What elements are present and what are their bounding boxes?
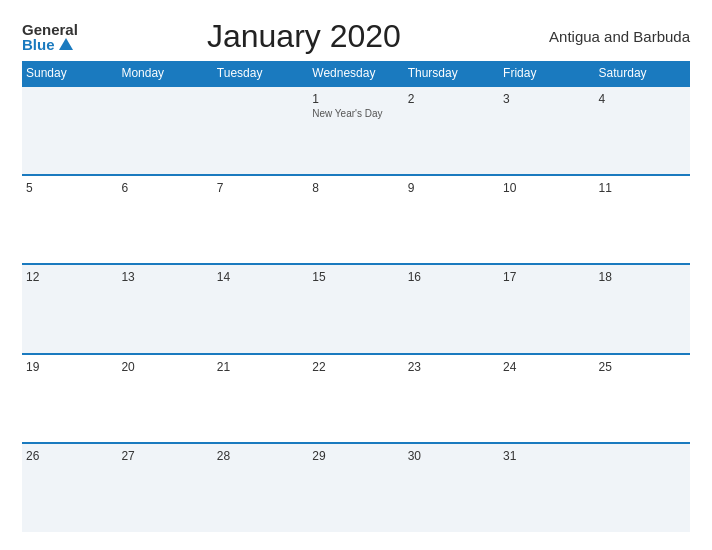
calendar-cell: 7 (213, 175, 308, 264)
calendar-cell: 24 (499, 354, 594, 443)
calendar-cell: 21 (213, 354, 308, 443)
calendar-week-row: 19202122232425 (22, 354, 690, 443)
calendar-cell: 10 (499, 175, 594, 264)
country-name: Antigua and Barbuda (530, 28, 690, 45)
day-number: 24 (503, 360, 590, 374)
calendar-cell: 28 (213, 443, 308, 532)
calendar-header: SundayMondayTuesdayWednesdayThursdayFrid… (22, 61, 690, 86)
calendar-cell: 2 (404, 86, 499, 175)
calendar-cell: 16 (404, 264, 499, 353)
weekday-monday: Monday (117, 61, 212, 86)
calendar-cell: 25 (595, 354, 690, 443)
logo: General Blue (22, 22, 78, 52)
logo-triangle-icon (59, 38, 73, 50)
weekday-friday: Friday (499, 61, 594, 86)
day-number: 2 (408, 92, 495, 106)
calendar-cell: 14 (213, 264, 308, 353)
calendar-cell: 27 (117, 443, 212, 532)
calendar-cell: 15 (308, 264, 403, 353)
weekday-thursday: Thursday (404, 61, 499, 86)
day-number: 5 (26, 181, 113, 195)
calendar-week-row: 12131415161718 (22, 264, 690, 353)
calendar-title: January 2020 (78, 18, 530, 55)
calendar-cell: 22 (308, 354, 403, 443)
day-number: 16 (408, 270, 495, 284)
calendar-cell (213, 86, 308, 175)
day-number: 13 (121, 270, 208, 284)
calendar-cell: 19 (22, 354, 117, 443)
calendar-week-row: 567891011 (22, 175, 690, 264)
calendar-cell: 31 (499, 443, 594, 532)
day-number: 17 (503, 270, 590, 284)
logo-blue-text: Blue (22, 37, 55, 52)
day-number: 23 (408, 360, 495, 374)
day-number: 11 (599, 181, 686, 195)
holiday-name: New Year's Day (312, 108, 399, 119)
calendar-cell: 26 (22, 443, 117, 532)
calendar-cell: 8 (308, 175, 403, 264)
day-number: 26 (26, 449, 113, 463)
day-number: 14 (217, 270, 304, 284)
calendar-table: SundayMondayTuesdayWednesdayThursdayFrid… (22, 61, 690, 532)
calendar-week-row: 1New Year's Day234 (22, 86, 690, 175)
calendar-cell: 17 (499, 264, 594, 353)
calendar-week-row: 262728293031 (22, 443, 690, 532)
day-number: 29 (312, 449, 399, 463)
day-number: 9 (408, 181, 495, 195)
day-number: 12 (26, 270, 113, 284)
weekday-saturday: Saturday (595, 61, 690, 86)
weekday-wednesday: Wednesday (308, 61, 403, 86)
day-number: 6 (121, 181, 208, 195)
calendar-cell: 13 (117, 264, 212, 353)
calendar-cell (117, 86, 212, 175)
page-header: General Blue January 2020 Antigua and Ba… (22, 18, 690, 55)
calendar-body: 1New Year's Day2345678910111213141516171… (22, 86, 690, 532)
calendar-cell: 9 (404, 175, 499, 264)
day-number: 21 (217, 360, 304, 374)
calendar-cell: 12 (22, 264, 117, 353)
calendar-cell: 23 (404, 354, 499, 443)
calendar-cell: 5 (22, 175, 117, 264)
day-number: 19 (26, 360, 113, 374)
day-number: 28 (217, 449, 304, 463)
calendar-cell: 30 (404, 443, 499, 532)
day-number: 15 (312, 270, 399, 284)
day-number: 1 (312, 92, 399, 106)
calendar-cell: 1New Year's Day (308, 86, 403, 175)
day-number: 18 (599, 270, 686, 284)
day-number: 3 (503, 92, 590, 106)
day-number: 25 (599, 360, 686, 374)
calendar-cell: 3 (499, 86, 594, 175)
day-number: 22 (312, 360, 399, 374)
calendar-cell: 4 (595, 86, 690, 175)
calendar-cell: 29 (308, 443, 403, 532)
calendar-cell: 18 (595, 264, 690, 353)
logo-general-text: General (22, 22, 78, 37)
weekday-tuesday: Tuesday (213, 61, 308, 86)
calendar-cell: 11 (595, 175, 690, 264)
logo-blue-container: Blue (22, 37, 73, 52)
calendar-cell (22, 86, 117, 175)
day-number: 7 (217, 181, 304, 195)
calendar-cell: 6 (117, 175, 212, 264)
day-number: 20 (121, 360, 208, 374)
weekday-sunday: Sunday (22, 61, 117, 86)
weekday-header-row: SundayMondayTuesdayWednesdayThursdayFrid… (22, 61, 690, 86)
day-number: 10 (503, 181, 590, 195)
day-number: 8 (312, 181, 399, 195)
day-number: 31 (503, 449, 590, 463)
calendar-cell: 20 (117, 354, 212, 443)
day-number: 27 (121, 449, 208, 463)
calendar-cell (595, 443, 690, 532)
day-number: 30 (408, 449, 495, 463)
day-number: 4 (599, 92, 686, 106)
